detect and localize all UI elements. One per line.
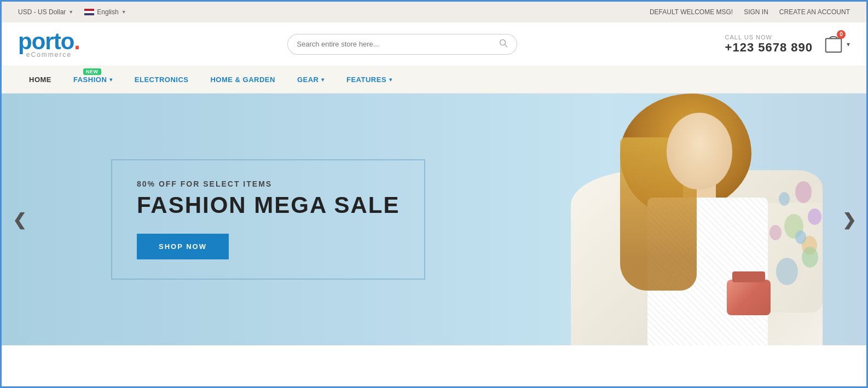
left-arrow-icon: ❮	[13, 210, 26, 229]
currency-chevron: ▼	[68, 9, 73, 15]
call-number: +123 5678 890	[725, 40, 813, 55]
logo-dot: .	[74, 28, 80, 54]
features-arrow-icon: ▾	[389, 77, 392, 83]
currency-selector[interactable]: USD - US Dollar ▼	[18, 8, 73, 16]
flower-6	[776, 258, 798, 285]
flower-1	[795, 181, 812, 203]
hero-frame: 80% OFF FOR SELECT ITEMS FASHION MEGA SA…	[111, 159, 425, 279]
nav-bar: HOME NEW FASHION ▾ ELECTRONICS HOME & GA…	[2, 66, 866, 94]
sleeve-flower-1	[808, 209, 821, 225]
sign-in-link[interactable]: SIGN IN	[744, 8, 768, 16]
top-bar-left: USD - US Dollar ▼ English ▼	[18, 8, 126, 16]
call-label: CALL US NOW	[725, 34, 813, 40]
nav-gear-label: GEAR	[297, 76, 319, 84]
model-face	[667, 113, 732, 189]
cart-dropdown-arrow[interactable]: ▾	[847, 40, 850, 48]
flower-2	[779, 192, 790, 206]
header-right: CALL US NOW +123 5678 890 0 ▾	[725, 32, 850, 56]
top-bar-right: DEFAULT WELCOME MSG! SIGN IN CREATE AN A…	[650, 8, 850, 16]
nav-electronics-label: ELECTRONICS	[135, 76, 189, 84]
flower-5	[769, 225, 782, 240]
nav-item-gear[interactable]: GEAR ▾	[286, 66, 335, 94]
header: porto. eCommerce CALL US NOW +123 5678 8…	[2, 22, 866, 66]
fashion-new-badge: NEW	[83, 68, 101, 75]
right-arrow-icon: ❯	[842, 210, 856, 229]
model-handbag	[727, 280, 771, 315]
hero-content: 80% OFF FOR SELECT ITEMS FASHION MEGA SA…	[111, 159, 425, 279]
slider-prev-button[interactable]: ❮	[8, 209, 30, 230]
shop-now-button[interactable]: SHOP NOW	[137, 234, 229, 259]
nav-item-home-garden[interactable]: HOME & GARDEN	[199, 66, 286, 94]
hero-section: 80% OFF FOR SELECT ITEMS FASHION MEGA SA…	[2, 94, 866, 345]
cart-button[interactable]: 0 ▾	[824, 32, 850, 56]
language-label: English	[97, 8, 118, 16]
svg-rect-2	[826, 38, 842, 52]
slider-next-button[interactable]: ❯	[838, 209, 860, 230]
currency-label: USD - US Dollar	[18, 8, 66, 16]
logo[interactable]: porto. eCommerce	[18, 30, 80, 59]
fashion-arrow-icon: ▾	[109, 77, 113, 83]
hero-model-image	[461, 94, 834, 345]
create-account-link[interactable]: CREATE AN ACCOUNT	[779, 8, 850, 16]
svg-line-1	[505, 44, 507, 47]
nav-item-home[interactable]: HOME	[18, 66, 62, 94]
language-chevron: ▼	[121, 9, 126, 15]
flag-icon	[84, 9, 94, 15]
logo-text: porto.	[18, 30, 80, 53]
call-us: CALL US NOW +123 5678 890	[725, 34, 813, 55]
sleeve-flower-3	[802, 247, 818, 268]
nav-item-fashion[interactable]: NEW FASHION ▾	[62, 66, 124, 94]
nav-home-label: HOME	[29, 76, 51, 84]
top-bar: USD - US Dollar ▼ English ▼ DEFAULT WELC…	[2, 2, 866, 22]
hero-title: FASHION MEGA SALE	[137, 193, 400, 218]
logo-sub: eCommerce	[18, 51, 80, 59]
gear-arrow-icon: ▾	[321, 77, 325, 83]
nav-item-electronics[interactable]: ELECTRONICS	[124, 66, 200, 94]
nav-home-garden-label: HOME & GARDEN	[210, 76, 275, 84]
search-icon[interactable]	[499, 39, 508, 50]
sleeve-flower-2	[795, 230, 806, 244]
nav-item-features[interactable]: FEATURES ▾	[335, 66, 403, 94]
nav-fashion-label: FASHION	[73, 76, 107, 84]
welcome-msg[interactable]: DEFAULT WELCOME MSG!	[650, 8, 733, 16]
model-handbag-strap	[732, 271, 765, 282]
search-bar[interactable]	[287, 34, 517, 55]
hero-subtitle: 80% OFF FOR SELECT ITEMS	[137, 179, 400, 188]
search-input[interactable]	[297, 40, 499, 48]
nav-features-label: FEATURES	[346, 76, 386, 84]
language-selector[interactable]: English ▼	[84, 8, 126, 16]
cart-badge: 0	[837, 30, 846, 39]
